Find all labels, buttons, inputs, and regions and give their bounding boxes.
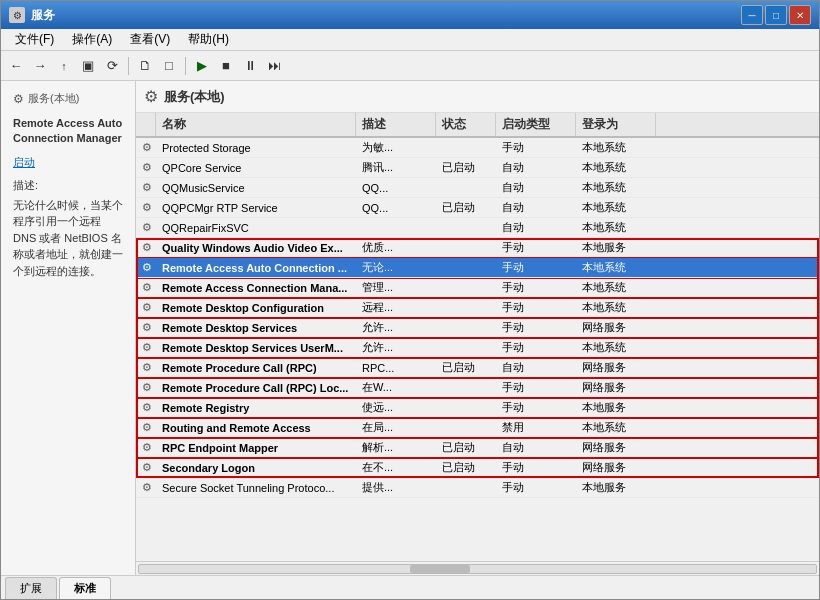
table-row[interactable]: ⚙Remote Desktop Services允许...手动网络服务 [136,318,819,338]
service-name[interactable]: QQPCMgr RTP Service [156,198,356,217]
service-name[interactable]: Remote Registry [156,398,356,417]
show-hide-button[interactable]: ▣ [77,55,99,77]
table-body: ⚙Protected Storage为敏...手动本地系统⚙QPCore Ser… [136,138,819,498]
sidebar-info: Remote Access Auto Connection Manager 启动… [9,112,127,283]
bottom-tabs: 扩展 标准 [1,575,819,599]
minimize-button[interactable]: ─ [741,5,763,25]
service-name[interactable]: Quality Windows Audio Video Ex... [156,238,356,257]
service-startup: 手动 [496,318,576,337]
service-desc: RPC... [356,358,436,377]
service-login: 本地服务 [576,478,656,497]
service-icon-cell: ⚙ [136,318,156,337]
properties-button[interactable]: 🗋 [134,55,156,77]
desc-label: 描述: [13,178,123,193]
col-icon[interactable] [136,113,156,136]
service-name[interactable]: Secondary Logon [156,458,356,477]
col-login[interactable]: 登录为 [576,113,656,136]
service-name[interactable]: Remote Access Connection Mana... [156,278,356,297]
menu-file[interactable]: 文件(F) [7,29,62,50]
right-header-title: 服务(本地) [164,88,225,106]
service-status: 已启动 [436,458,496,477]
right-header-icon: ⚙ [144,87,158,106]
service-name[interactable]: Remote Desktop Services [156,318,356,337]
up-button[interactable]: ↑ [53,55,75,77]
table-row[interactable]: ⚙Remote Access Auto Connection ...无论...手… [136,258,819,278]
pause-button[interactable]: ⏸ [239,55,261,77]
service-startup: 自动 [496,358,576,377]
sidebar-title-text: 服务(本地) [28,91,79,106]
col-name[interactable]: 名称 [156,113,356,136]
sidebar-gear-icon: ⚙ [13,92,24,106]
table-row[interactable]: ⚙Remote Procedure Call (RPC)RPC...已启动自动网… [136,358,819,378]
stop-button[interactable]: ■ [215,55,237,77]
service-name[interactable]: QQMusicService [156,178,356,197]
service-startup: 自动 [496,158,576,177]
service-desc: 管理... [356,278,436,297]
service-login: 本地系统 [576,258,656,277]
service-name[interactable]: Remote Desktop Services UserM... [156,338,356,357]
forward-button[interactable]: → [29,55,51,77]
service-desc: 在局... [356,418,436,437]
col-startup[interactable]: 启动类型 [496,113,576,136]
service-status [436,298,496,317]
scroll-track[interactable] [138,564,817,574]
service-status: 已启动 [436,158,496,177]
table-row[interactable]: ⚙QQMusicServiceQQ...自动本地系统 [136,178,819,198]
back-button[interactable]: ← [5,55,27,77]
menu-help[interactable]: 帮助(H) [180,29,237,50]
service-startup: 手动 [496,138,576,157]
table-row[interactable]: ⚙QQRepairFixSVC自动本地系统 [136,218,819,238]
main-window: ⚙ 服务 ─ □ ✕ 文件(F) 操作(A) 查看(V) 帮助(H) ← → ↑… [0,0,820,600]
blank-button[interactable]: □ [158,55,180,77]
maximize-button[interactable]: □ [765,5,787,25]
table-row[interactable]: ⚙Quality Windows Audio Video Ex...优质...手… [136,238,819,258]
table-row[interactable]: ⚙Protected Storage为敏...手动本地系统 [136,138,819,158]
table-row[interactable]: ⚙Remote Procedure Call (RPC) Loc...在W...… [136,378,819,398]
horizontal-scrollbar[interactable] [136,561,819,575]
table-row[interactable]: ⚙Secondary Logon在不...已启动手动网络服务 [136,458,819,478]
scroll-thumb[interactable] [410,565,470,573]
start-service-link[interactable]: 启动 [13,156,35,168]
service-name[interactable]: Remote Desktop Configuration [156,298,356,317]
close-button[interactable]: ✕ [789,5,811,25]
services-table[interactable]: 名称 描述 状态 启动类型 登录为 ⚙Protected Storage为敏..… [136,113,819,561]
service-name[interactable]: Secure Socket Tunneling Protoco... [156,478,356,497]
table-row[interactable]: ⚙Remote Registry使远...手动本地服务 [136,398,819,418]
service-name[interactable]: QQRepairFixSVC [156,218,356,237]
col-status[interactable]: 状态 [436,113,496,136]
table-row[interactable]: ⚙Secure Socket Tunneling Protoco...提供...… [136,478,819,498]
service-status [436,238,496,257]
restart-button[interactable]: ⏭ [263,55,285,77]
service-name[interactable]: QPCore Service [156,158,356,177]
table-row[interactable]: ⚙Remote Desktop Services UserM...允许...手动… [136,338,819,358]
table-row[interactable]: ⚙Remote Access Connection Mana...管理...手动… [136,278,819,298]
table-row[interactable]: ⚙QQPCMgr RTP ServiceQQ...已启动自动本地系统 [136,198,819,218]
service-name[interactable]: RPC Endpoint Mapper [156,438,356,457]
refresh-button[interactable]: ⟳ [101,55,123,77]
service-name[interactable]: Remote Access Auto Connection ... [156,258,356,277]
service-startup: 手动 [496,398,576,417]
service-icon-cell: ⚙ [136,158,156,177]
table-row[interactable]: ⚙QPCore Service腾讯...已启动自动本地系统 [136,158,819,178]
service-name[interactable]: Routing and Remote Access [156,418,356,437]
service-desc: 优质... [356,238,436,257]
service-name[interactable]: Remote Procedure Call (RPC) [156,358,356,377]
service-startup: 自动 [496,218,576,237]
service-icon-cell: ⚙ [136,418,156,437]
service-desc: 为敏... [356,138,436,157]
service-desc: 允许... [356,318,436,337]
table-row[interactable]: ⚙RPC Endpoint Mapper解析...已启动自动网络服务 [136,438,819,458]
table-row[interactable]: ⚙Remote Desktop Configuration远程...手动本地系统 [136,298,819,318]
menu-action[interactable]: 操作(A) [64,29,120,50]
service-status [436,398,496,417]
service-login: 本地系统 [576,198,656,217]
play-button[interactable]: ▶ [191,55,213,77]
service-name[interactable]: Protected Storage [156,138,356,157]
tab-standard[interactable]: 标准 [59,577,111,599]
col-desc[interactable]: 描述 [356,113,436,136]
table-row[interactable]: ⚙Routing and Remote Access在局...禁用本地系统 [136,418,819,438]
service-name[interactable]: Remote Procedure Call (RPC) Loc... [156,378,356,397]
menu-view[interactable]: 查看(V) [122,29,178,50]
tab-expand[interactable]: 扩展 [5,577,57,599]
service-desc [356,218,436,237]
